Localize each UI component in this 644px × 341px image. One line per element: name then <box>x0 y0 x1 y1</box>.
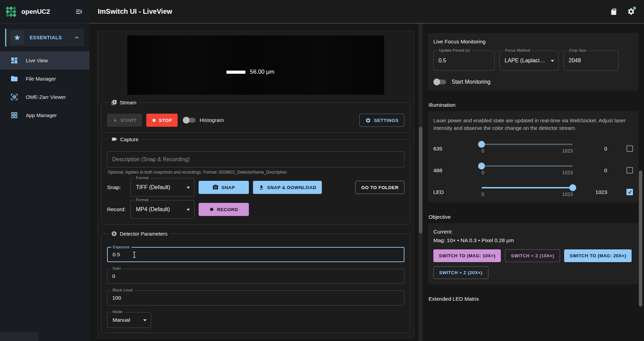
capture-section: Capture Optional. Applies to both snapsh… <box>101 136 410 225</box>
illumination-title: Illumination <box>429 102 638 108</box>
snap-label: Snap: <box>107 184 126 190</box>
objective-card: Current: Mag: 10× • NA 0.3 • Pixel 0.28 … <box>428 223 638 285</box>
illumination-description: Laser power and enabled state are update… <box>433 117 633 132</box>
stream-legend: Stream <box>108 100 139 105</box>
laser-488-slider[interactable] <box>482 165 573 167</box>
sidebar-item-file-manager[interactable]: File Manager <box>0 70 89 88</box>
slider-min-label: 0 <box>482 148 484 154</box>
description-helper-text: Optional. Applies to both snapshots and … <box>108 170 404 175</box>
text-cursor-icon <box>132 251 136 258</box>
histogram-toggle[interactable] <box>184 118 196 123</box>
sidebar-item-live-view[interactable]: Live View <box>0 51 89 70</box>
detector-parameters-section: Detector Parameters Exposure Gain <box>101 231 410 333</box>
start-monitoring-label: Start Monitoring <box>452 79 490 85</box>
sidebar-item-app-manager[interactable]: App Manager <box>0 106 89 124</box>
black-level-input[interactable] <box>112 295 399 301</box>
black-level-field[interactable]: Black Level <box>107 290 404 306</box>
slider-max-label: 1023 <box>562 192 573 197</box>
switch-to-20x-button[interactable]: SWITCH TO (MAG: 20X×) <box>564 249 632 262</box>
content-area: 56.00 μm Stream <box>89 23 644 341</box>
live-focus-title: Live Focus Monitoring <box>433 39 633 45</box>
record-label: Record: <box>107 206 126 213</box>
laser-enable-checkbox[interactable] <box>626 145 633 152</box>
update-period-field[interactable]: Update Period (s) 0.5 <box>433 51 495 71</box>
scale-bar-rect <box>226 71 245 74</box>
center-scrollbar-thumb[interactable] <box>419 127 422 234</box>
laser-enable-checkbox[interactable] <box>626 167 633 174</box>
slider-thumb[interactable] <box>569 184 576 191</box>
window-scrollbar-thumb[interactable] <box>639 170 642 307</box>
stream-settings-button[interactable]: SETTINGS <box>359 114 404 127</box>
sd-card-button[interactable] <box>610 8 617 16</box>
stop-icon <box>152 118 156 123</box>
snap-row: Snap: Format TIFF (Default) <box>107 178 404 197</box>
sidebar-item-ome-zarr-viewer[interactable]: OME-Zarr Viewer <box>0 88 89 106</box>
mode-select[interactable]: Mode Manual <box>107 312 151 328</box>
star-icon <box>10 31 24 44</box>
capture-legend: Capture <box>108 136 141 142</box>
start-button[interactable]: START <box>107 114 142 127</box>
slider-thumb[interactable] <box>478 141 485 148</box>
sidebar-collapse-button[interactable] <box>75 8 83 16</box>
slider-min-label: 0 <box>482 192 484 197</box>
switch-plus-z-10x-button[interactable]: SWITCH + Z (10X×) <box>505 249 560 262</box>
right-panel: Live Focus Monitoring Update Period (s) … <box>428 33 638 305</box>
exposure-input[interactable] <box>113 251 126 258</box>
detector-stream-canvas[interactable]: 56.00 μm <box>127 35 384 95</box>
objective-title: Objective <box>429 214 638 220</box>
description-input[interactable] <box>112 156 399 163</box>
chevron-down-icon <box>551 60 554 62</box>
gain-input[interactable] <box>112 273 399 279</box>
switch-plus-z-20x-button[interactable]: SWITCH + Z (20X×) <box>433 266 488 279</box>
camera-icon <box>212 184 219 190</box>
sidebar-group-label: ESSENTIALS <box>30 35 62 40</box>
led-row: LED 0 1023 1023 <box>433 187 633 197</box>
detector-legend: Detector Parameters <box>108 231 170 237</box>
snap-download-button[interactable]: SNAP & DOWNLOAD <box>253 181 322 194</box>
laser-row-488: 488 0 1023 0 <box>433 165 633 175</box>
description-field[interactable] <box>107 151 404 167</box>
start-monitoring-toggle[interactable] <box>434 80 446 84</box>
go-to-folder-button[interactable]: GO TO FOLDER <box>355 181 404 194</box>
record-dot-icon <box>209 207 214 212</box>
snap-format-select[interactable]: Format TIFF (Default) <box>130 178 194 197</box>
slider-thumb[interactable] <box>478 163 485 169</box>
slider-max-label: 1023 <box>562 170 573 175</box>
slider-max-label: 1023 <box>562 148 573 154</box>
sidebar-item-label: OME-Zarr Viewer <box>26 94 66 100</box>
exposure-field[interactable]: Exposure <box>107 247 404 262</box>
view-in-ar-icon <box>10 93 18 101</box>
app-header: ImSwitch UI - LiveView <box>89 0 644 23</box>
scale-bar-label: 56.00 μm <box>250 69 274 75</box>
record-format-select[interactable]: Format MP4 (Default) <box>130 200 194 219</box>
sidebar-nav: Live View File Manager <box>0 51 89 124</box>
dashboard-icon <box>10 56 18 64</box>
menu-open-icon <box>75 8 83 16</box>
histogram-label: Histogram <box>200 117 224 123</box>
switch-to-10x-button[interactable]: SWITCH TO (MAG: 10X×) <box>433 249 501 262</box>
led-slider[interactable] <box>482 187 573 188</box>
record-button[interactable]: RECORD <box>199 203 249 216</box>
focus-method-select[interactable]: Focus Method LAPE (Laplaci… <box>499 51 559 71</box>
sidebar: openUC2 ESSENTIALS <box>0 0 89 341</box>
play-icon <box>113 118 118 123</box>
stream-legend-label: Stream <box>120 100 136 105</box>
openuc2-logo-icon <box>5 6 17 18</box>
page-title: ImSwitch UI - LiveView <box>98 8 172 16</box>
scale-bar: 56.00 μm <box>226 69 274 75</box>
sidebar-item-label: App Manager <box>26 112 57 118</box>
laser-name: 635 <box>433 146 451 152</box>
laser-635-slider[interactable] <box>482 144 573 145</box>
slider-fill <box>482 187 573 188</box>
capture-legend-label: Capture <box>120 136 138 142</box>
laser-value: 0 <box>590 146 607 152</box>
video-library-icon <box>111 100 117 105</box>
center-scrollbar-track[interactable] <box>419 23 423 341</box>
gain-field[interactable]: Gain <box>107 269 404 284</box>
led-enable-checkbox[interactable] <box>626 189 633 195</box>
stop-button[interactable]: STOP <box>146 114 178 127</box>
settings-gear-button[interactable] <box>627 8 635 16</box>
snap-button[interactable]: SNAP <box>199 181 249 194</box>
sidebar-group-essentials[interactable]: ESSENTIALS <box>5 29 84 46</box>
crop-size-field[interactable]: Crop Size 2048 <box>563 51 619 71</box>
